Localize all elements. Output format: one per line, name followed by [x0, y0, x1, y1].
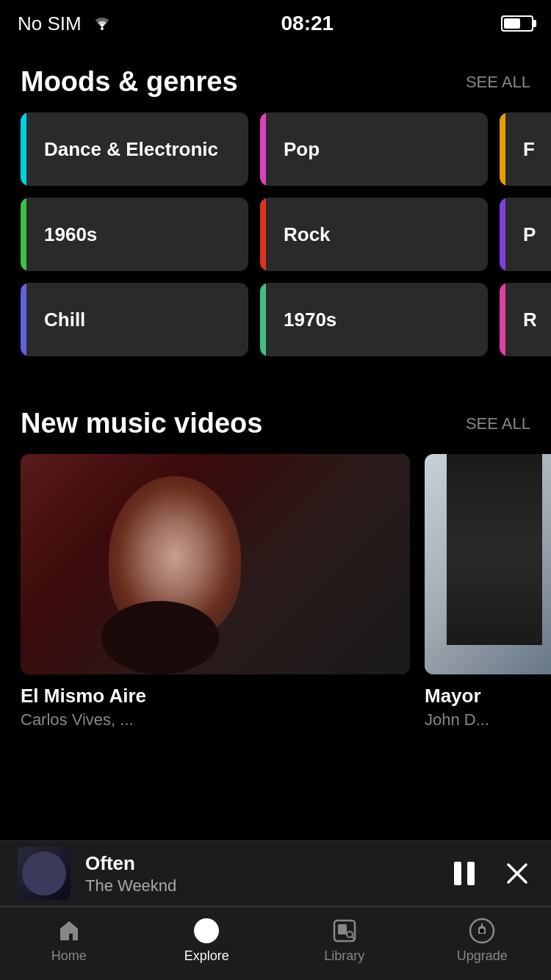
- video-thumbnail-2: [425, 454, 551, 674]
- genre-accent-1970s: [260, 283, 266, 356]
- svg-rect-2: [467, 862, 475, 885]
- video-thumb-woman: [425, 454, 551, 674]
- genre-card-rock[interactable]: Rock: [260, 198, 488, 271]
- carrier-label: No SIM: [18, 12, 82, 35]
- genre-label-1960s: 1960s: [38, 223, 97, 246]
- tab-library[interactable]: Library: [276, 918, 414, 964]
- video-title-1: El Mismo Aire: [21, 685, 410, 707]
- tab-library-label: Library: [324, 948, 364, 964]
- genre-accent-pop: [260, 112, 266, 186]
- library-icon: [331, 918, 358, 944]
- home-icon: [56, 918, 82, 944]
- main-content: Moods & genres SEE ALL Dance & Electroni…: [0, 44, 551, 832]
- svg-line-11: [352, 937, 354, 939]
- genre-accent-dance: [21, 112, 26, 186]
- svg-point-14: [480, 929, 484, 933]
- genres-scroll[interactable]: Dance & Electronic Pop F 1960s Rock P: [0, 112, 551, 356]
- moods-genres-title: Moods & genres: [21, 66, 238, 98]
- genre-label-punk: P: [517, 223, 536, 246]
- now-playing-thumbnail: [18, 847, 71, 900]
- video-thumbnail-1: [21, 454, 410, 674]
- wifi-icon: [90, 12, 114, 35]
- tab-explore[interactable]: Explore: [138, 918, 276, 964]
- status-bar: No SIM 08:21: [0, 0, 551, 44]
- genre-label-folk: F: [517, 138, 535, 161]
- genre-accent-rnb: [500, 283, 505, 356]
- genre-label-pop: Pop: [278, 138, 320, 161]
- now-playing-song: Often: [85, 852, 433, 875]
- genre-accent-1960s: [21, 198, 26, 271]
- video-title-2: Mayor: [425, 685, 551, 707]
- genre-card-chill[interactable]: Chill: [21, 283, 248, 356]
- video-card-el-mismo-aire[interactable]: El Mismo Aire Carlos Vives, ...: [21, 454, 410, 729]
- close-button[interactable]: [501, 857, 533, 890]
- status-left: No SIM: [18, 12, 114, 35]
- video-card-mayor[interactable]: Mayor John D...: [425, 454, 551, 729]
- tab-bar: Home Explore Library: [0, 907, 551, 980]
- svg-rect-1: [454, 862, 461, 885]
- moods-genres-header: Moods & genres SEE ALL: [0, 44, 551, 112]
- genre-card-dance-electronic[interactable]: Dance & Electronic: [21, 112, 248, 186]
- genre-label-rnb: R: [517, 309, 537, 331]
- genre-card-1970s[interactable]: 1970s: [260, 283, 488, 356]
- video-artist-1: Carlos Vives, ...: [21, 710, 410, 729]
- genre-card-folk[interactable]: F: [500, 112, 551, 186]
- moods-genres-see-all[interactable]: SEE ALL: [466, 73, 530, 92]
- genre-card-pop[interactable]: Pop: [260, 112, 488, 186]
- genre-accent-punk: [500, 198, 505, 271]
- now-playing-info: Often The Weeknd: [71, 852, 448, 896]
- videos-list: El Mismo Aire Carlos Vives, ... Mayor Jo…: [21, 454, 551, 729]
- svg-rect-9: [338, 924, 347, 934]
- tab-upgrade[interactable]: Upgrade: [414, 918, 552, 964]
- genres-grid: Dance & Electronic Pop F 1960s Rock P: [21, 112, 551, 356]
- svg-point-0: [101, 27, 104, 30]
- genre-card-rnb[interactable]: R: [500, 283, 551, 356]
- genre-accent-folk: [500, 112, 505, 186]
- video-thumb-man: [21, 454, 410, 674]
- now-playing-artist: The Weeknd: [85, 876, 433, 896]
- new-music-videos-title: New music videos: [21, 408, 262, 439]
- genre-label-rock: Rock: [278, 223, 331, 246]
- battery-icon: [501, 15, 533, 32]
- genre-card-punk[interactable]: P: [500, 198, 551, 271]
- now-playing-bar[interactable]: Often The Weeknd: [0, 840, 551, 907]
- tab-home-label: Home: [51, 948, 87, 964]
- genre-label-chill: Chill: [38, 309, 85, 331]
- video-artist-2: John D...: [425, 710, 551, 729]
- tab-upgrade-label: Upgrade: [457, 948, 508, 964]
- status-time: 08:21: [281, 12, 334, 35]
- tab-home[interactable]: Home: [0, 918, 138, 964]
- genre-label-dance: Dance & Electronic: [38, 138, 218, 161]
- genre-accent-rock: [260, 198, 266, 271]
- battery-fill: [504, 18, 520, 29]
- new-music-videos-see-all[interactable]: SEE ALL: [466, 414, 530, 433]
- new-music-videos-header: New music videos SEE ALL: [0, 386, 551, 454]
- upgrade-icon: [469, 918, 495, 944]
- genre-label-1970s: 1970s: [278, 309, 336, 331]
- explore-icon: [193, 918, 220, 944]
- tab-explore-label: Explore: [184, 948, 229, 964]
- genre-accent-chill: [21, 283, 26, 356]
- genre-card-1960s[interactable]: 1960s: [21, 198, 248, 271]
- now-playing-controls: [448, 857, 533, 890]
- status-right: [501, 15, 533, 32]
- pause-button[interactable]: [448, 857, 480, 890]
- videos-scroll[interactable]: El Mismo Aire Carlos Vives, ... Mayor Jo…: [0, 454, 551, 729]
